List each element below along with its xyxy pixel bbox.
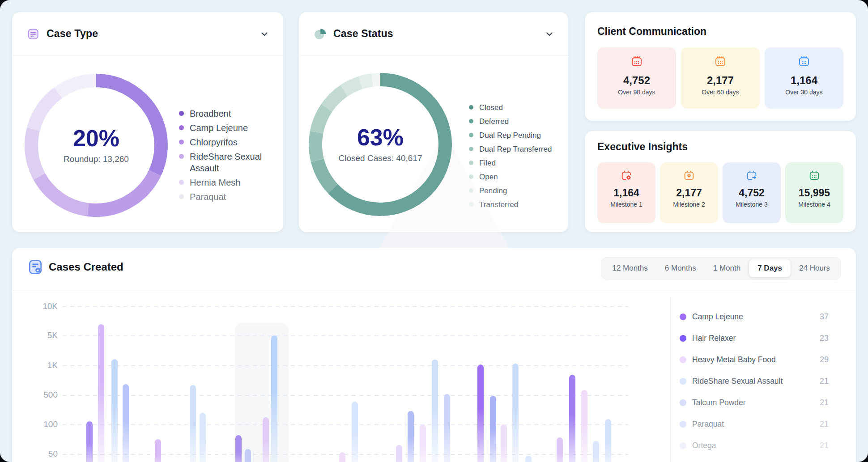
- legend-dot: [469, 174, 473, 179]
- legend-item: Filed: [469, 158, 563, 168]
- bar: [190, 385, 196, 462]
- legend-label: Open: [479, 172, 498, 182]
- legend-label: Hair Relaxer: [692, 334, 736, 343]
- client-communication-tiles: 4,752 Over 90 days 2,177 Over 60 days 1,…: [597, 47, 843, 109]
- bar: [245, 449, 251, 462]
- executive-insights-card: Executive Insights 1,164 Milestone 1 2,1…: [585, 131, 856, 232]
- stat-value: 4,752: [623, 74, 650, 87]
- calendar-icon: [630, 55, 643, 68]
- legend-item: Broadbent: [179, 108, 281, 119]
- bar: [396, 445, 402, 462]
- legend-dot: [179, 140, 184, 144]
- stat-value: 15,995: [799, 187, 830, 199]
- legend-row[interactable]: Ortega 21: [680, 435, 829, 456]
- gridline: [63, 454, 628, 455]
- legend-dot: [469, 188, 473, 193]
- bar: [263, 417, 269, 462]
- bar: [420, 424, 426, 462]
- legend-dot: [179, 194, 184, 199]
- legend-label: RideShare Sexual Assault: [190, 151, 281, 174]
- legend-dot: [469, 161, 473, 165]
- legend-item: Dual Rep Pending: [469, 130, 563, 140]
- case-status-sublabel: Closed Cases: 40,617: [339, 153, 422, 163]
- legend-label: Pending: [479, 186, 507, 196]
- legend-count: 21: [820, 420, 829, 429]
- legend-label: Heavy Metal Baby Food: [692, 355, 776, 365]
- legend-label: Ortega: [692, 441, 716, 450]
- stat-tile: 2,177 Milestone 2: [660, 162, 718, 223]
- legend-row[interactable]: Hair Relaxer 23: [680, 327, 829, 349]
- legend-label: Filed: [479, 158, 496, 168]
- executive-insights-title: Executive Insights: [597, 141, 688, 153]
- calendar-icon: [714, 55, 727, 68]
- legend-divider: [670, 297, 671, 462]
- stat-label: Over 90 days: [618, 89, 655, 96]
- gridline: [63, 395, 628, 396]
- bar: [557, 437, 563, 462]
- legend-row[interactable]: Heavy Metal Baby Food 29: [680, 349, 829, 370]
- legend-dot: [179, 111, 184, 116]
- legend-label: Paraquat: [190, 191, 226, 203]
- legend-label: Hernia Mesh: [190, 177, 240, 188]
- milestone-icon: [746, 170, 757, 181]
- bar: [444, 394, 450, 462]
- legend-dot: [469, 147, 473, 151]
- legend-row[interactable]: Talcum Powder 21: [680, 392, 829, 413]
- legend-item: Hernia Mesh: [179, 177, 281, 188]
- legend-row[interactable]: Camp Lejeune 37: [680, 306, 829, 327]
- legend-item: Closed: [469, 102, 563, 113]
- stat-value: 1,164: [791, 74, 817, 87]
- legend-item: Paraquat: [179, 191, 281, 203]
- legend-row[interactable]: RideShare Sexual Assault 21: [680, 370, 829, 392]
- legend-item: Open: [469, 172, 563, 182]
- legend-count: 29: [820, 355, 829, 365]
- legend-label: Broadbent: [190, 108, 231, 119]
- legend-dot: [680, 378, 686, 385]
- y-axis-tick-label: 50: [21, 449, 58, 459]
- executive-insights-tiles: 1,164 Milestone 1 2,177 Milestone 2 4,75…: [597, 162, 843, 223]
- bar: [501, 424, 507, 462]
- y-axis-tick-label: 500: [21, 390, 58, 400]
- case-type-donut-center: 20% Roundup: 13,260: [18, 67, 174, 224]
- stat-tile: 4,752 Milestone 3: [723, 162, 781, 223]
- case-type-legend: Broadbent Camp Lejeune Chlorpyrifos Ride…: [179, 108, 281, 203]
- legend-count: 23: [820, 334, 829, 343]
- legend-dot: [680, 314, 686, 320]
- client-communication-card: Client Communication 4,752 Over 90 days …: [585, 12, 856, 121]
- case-status-percent: 63%: [357, 126, 404, 149]
- case-status-dropdown-chevron-icon[interactable]: [544, 29, 555, 39]
- bar: [569, 375, 575, 462]
- y-axis-tick-label: 5K: [21, 331, 58, 340]
- cases-created-card: Cases Created 12 Months 6 Months 1 Month…: [12, 248, 856, 462]
- calendar-icon: [798, 55, 810, 68]
- case-status-donut-center: 63% Closed Cases: 40,617: [302, 66, 459, 223]
- bar: [111, 359, 118, 462]
- case-status-donut: 63% Closed Cases: 40,617: [302, 66, 459, 223]
- stat-label: Milestone 1: [610, 201, 642, 208]
- case-type-dropdown-chevron-icon[interactable]: [259, 29, 270, 39]
- y-axis-tick-label: 1K: [21, 360, 58, 370]
- bar: [408, 411, 414, 462]
- legend-label: Talcum Powder: [692, 398, 746, 407]
- legend-dot: [680, 421, 686, 428]
- stat-tile: 1,164 Over 30 days: [765, 47, 843, 109]
- legend-dot: [680, 442, 686, 449]
- legend-dot: [680, 335, 686, 342]
- case-status-card: Case Status 63% Closed Cases: 40,617 Clo…: [299, 12, 568, 232]
- case-type-sublabel: Roundup: 13,260: [64, 154, 129, 164]
- legend-label: Chlorpyrifos: [190, 136, 238, 148]
- bar: [352, 402, 358, 462]
- bar: [512, 364, 519, 462]
- milestone-icon: [808, 170, 820, 181]
- legend-row[interactable]: Paraquat 21: [680, 413, 829, 435]
- legend-dot: [179, 180, 184, 185]
- legend-count: 21: [820, 398, 829, 407]
- bar: [339, 452, 345, 462]
- legend-dot: [469, 105, 473, 110]
- legend-count: 37: [820, 312, 829, 322]
- bar: [235, 435, 242, 462]
- legend-label: Deferred: [479, 116, 509, 127]
- case-type-title: Case Type: [47, 28, 98, 40]
- cases-created-legend: Camp Lejeune 37 Hair Relaxer 23 Heavy Me…: [680, 306, 829, 456]
- stat-label: Milestone 2: [673, 201, 705, 208]
